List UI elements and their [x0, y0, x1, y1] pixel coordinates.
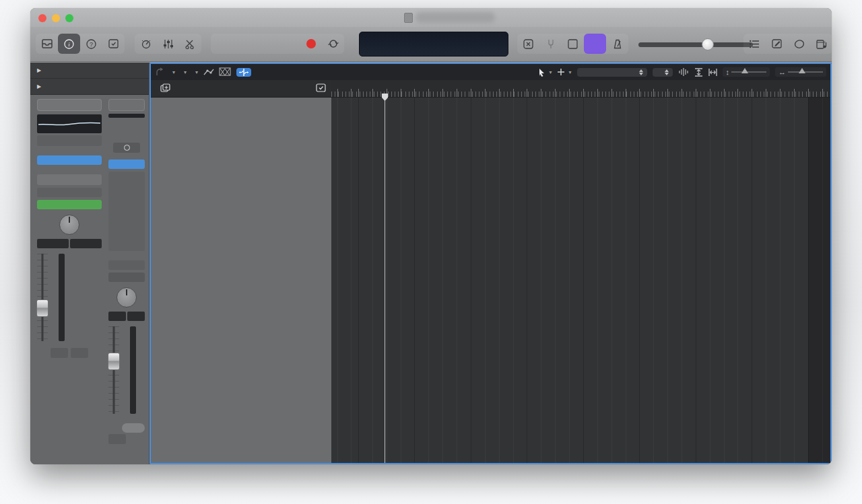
- svg-text:i: i: [68, 41, 70, 48]
- track-config-icon[interactable]: [316, 83, 326, 94]
- channel-name[interactable]: [37, 99, 102, 111]
- volume-value[interactable]: [108, 312, 126, 321]
- group-slot[interactable]: [37, 188, 102, 197]
- transport-controls: [211, 34, 344, 54]
- gain-reduction-meter: [108, 114, 145, 118]
- circle-icon[interactable]: [113, 143, 140, 153]
- tuner-icon[interactable]: [135, 34, 157, 54]
- eq-thumbnail[interactable]: [37, 114, 102, 133]
- duplicate-track-icon[interactable]: [160, 83, 170, 94]
- playhead[interactable]: [385, 94, 385, 463]
- track-list-header: [151, 80, 331, 98]
- flex-icon[interactable]: [236, 68, 251, 77]
- pan-knob[interactable]: [59, 215, 79, 235]
- horizontal-zoom-slider[interactable]: ↔: [775, 67, 826, 77]
- apple-loops-icon[interactable]: [788, 34, 810, 54]
- disclosure-triangle-icon[interactable]: ▶: [37, 67, 41, 73]
- list-editors-icon[interactable]: [743, 34, 766, 54]
- edit-menu[interactable]: ▾: [169, 69, 175, 75]
- inspector-info-icon[interactable]: i: [58, 34, 80, 54]
- track-inspector-header[interactable]: ▶: [30, 79, 149, 95]
- disclosure-triangle-icon[interactable]: ▶: [37, 83, 41, 89]
- volume-knob[interactable]: [702, 38, 714, 50]
- secondary-tool-menu[interactable]: ▾: [557, 68, 571, 76]
- go-to-beginning-button[interactable]: [255, 34, 277, 54]
- channel-fader[interactable]: [37, 254, 102, 341]
- library-icon[interactable]: [36, 34, 58, 54]
- vertical-zoom-slider[interactable]: ↕: [723, 67, 770, 77]
- record-icon: [306, 39, 316, 48]
- horizontal-auto-zoom-icon[interactable]: [708, 68, 717, 77]
- volume-value[interactable]: [37, 239, 69, 248]
- quick-help-icon[interactable]: ?: [80, 34, 102, 54]
- track-list: [151, 98, 331, 463]
- level-meter: [59, 254, 65, 341]
- cut-icon[interactable]: [179, 34, 201, 54]
- tool-buttons: [135, 34, 201, 54]
- right-view-buttons: ♪: [743, 34, 832, 54]
- note-pads-icon[interactable]: [766, 34, 788, 54]
- bar-ruler[interactable]: [331, 80, 830, 98]
- pointer-tool-menu[interactable]: ▾: [538, 68, 552, 77]
- group-slot[interactable]: [108, 260, 145, 270]
- inspector-panel: ▶ ▶: [30, 63, 150, 464]
- pan-value[interactable]: [127, 312, 145, 321]
- forward-button[interactable]: [233, 34, 255, 54]
- channel-strip-output: [108, 99, 145, 448]
- arrange-lanes[interactable]: [331, 98, 830, 463]
- metronome-icon[interactable]: [606, 34, 628, 54]
- pan-knob[interactable]: [117, 287, 137, 308]
- count-in-button[interactable]: [584, 34, 606, 54]
- automation-mode[interactable]: [37, 200, 102, 209]
- drag-popup[interactable]: [653, 68, 673, 77]
- minimize-button[interactable]: [52, 14, 60, 22]
- view-menu[interactable]: ▾: [192, 69, 198, 75]
- solo-mode-icon[interactable]: [562, 34, 584, 54]
- tuning-fork-icon[interactable]: [539, 34, 562, 54]
- close-button[interactable]: [38, 14, 46, 22]
- tracks-menu-bar: ▾ ▾ ▾ ▾: [151, 64, 830, 80]
- mute-button[interactable]: [108, 434, 126, 444]
- snap-popup[interactable]: [577, 68, 647, 77]
- midi-fx-slot[interactable]: [37, 135, 102, 146]
- limiter-slot[interactable]: [108, 159, 145, 169]
- rewind-button[interactable]: [211, 34, 233, 54]
- zoom-button[interactable]: [65, 14, 73, 22]
- empty-fx-area: [108, 172, 145, 251]
- mixer-icon[interactable]: [157, 34, 179, 54]
- play-button[interactable]: [277, 34, 300, 54]
- browsers-icon[interactable]: ♪: [810, 34, 832, 54]
- output-slot[interactable]: [37, 174, 102, 185]
- functions-menu[interactable]: ▾: [180, 69, 187, 75]
- mode-buttons: [517, 34, 628, 54]
- region-inspector-header[interactable]: ▶: [30, 63, 149, 79]
- eq-slot[interactable]: [108, 120, 145, 131]
- fader-cap[interactable]: [108, 353, 120, 370]
- back-arrow-icon[interactable]: [155, 68, 164, 76]
- lcd-display[interactable]: [359, 32, 508, 57]
- instrument-slot[interactable]: [37, 155, 102, 165]
- fader-cap[interactable]: [36, 299, 48, 317]
- solo-button[interactable]: [71, 348, 88, 358]
- tracks-area: ▾ ▾ ▾ ▾: [150, 63, 832, 464]
- vertical-auto-zoom-icon[interactable]: [694, 68, 703, 77]
- fader-scale: [121, 326, 129, 414]
- cycle-button[interactable]: [322, 34, 344, 54]
- project-end-shade: [808, 98, 830, 463]
- bounce-button[interactable]: [122, 423, 145, 433]
- master-volume-slider[interactable]: [638, 40, 753, 48]
- record-button[interactable]: [300, 34, 322, 54]
- waveform-zoom-icon[interactable]: [678, 68, 689, 76]
- software-monitoring-icon[interactable]: [517, 34, 539, 54]
- fader-scale: [49, 254, 57, 341]
- setting-button[interactable]: [108, 99, 145, 111]
- window-title-redacted: [404, 10, 495, 25]
- pan-value[interactable]: [70, 239, 102, 248]
- toolbar-toggle-icon[interactable]: [102, 34, 125, 54]
- automation-mode[interactable]: [108, 273, 145, 282]
- automation-icon[interactable]: [203, 68, 214, 76]
- output-fader[interactable]: [108, 326, 145, 414]
- mute-button[interactable]: [51, 348, 68, 358]
- logic-pro-window: i ?: [30, 8, 832, 464]
- crossfade-icon[interactable]: [220, 68, 231, 76]
